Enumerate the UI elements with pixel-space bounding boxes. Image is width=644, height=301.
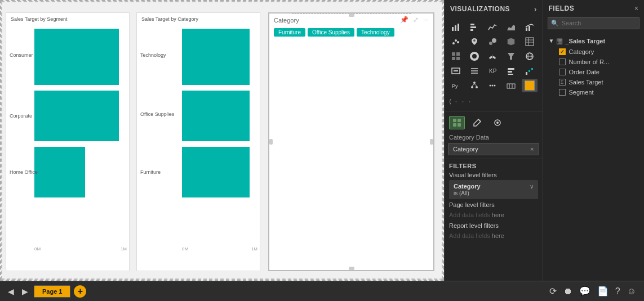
svg-line-46 (474, 84, 477, 86)
bubble-icon[interactable] (485, 35, 500, 48)
slicer-item-furniture[interactable]: Furniture (274, 28, 305, 37)
more-icon[interactable]: ··· (423, 16, 429, 24)
decomp-icon[interactable] (467, 79, 482, 92)
filters-section: FILTERS Visual level filters Category ∨ … (445, 159, 543, 241)
donut-icon[interactable] (467, 50, 482, 63)
add-fields-page: Add data fields here (449, 210, 538, 220)
svg-rect-4 (470, 26, 476, 28)
yellow-rect-icon[interactable] (522, 79, 538, 92)
matrix-icon[interactable] (448, 50, 464, 63)
page-tab-1[interactable]: Page 1 (34, 285, 70, 298)
tech-label: Technology (140, 52, 166, 58)
card-icon[interactable] (448, 64, 464, 78)
line-chart-icon[interactable] (485, 20, 500, 34)
column-chart-icon[interactable] (467, 20, 482, 34)
category-filter-title: Category (454, 183, 481, 190)
homeoffice-label: Home Office (10, 169, 38, 175)
resize-handle-top[interactable] (349, 14, 354, 17)
scatter-icon[interactable] (448, 35, 464, 48)
bar-chart-icon[interactable] (448, 20, 464, 34)
more1-icon[interactable] (485, 79, 500, 92)
category-well-close[interactable]: × (530, 146, 534, 152)
resize-handle-bottom[interactable] (349, 267, 354, 270)
more-dots[interactable]: · · · (455, 96, 472, 107)
bookmark-btn[interactable]: 📄 (595, 285, 611, 298)
add-fields-report: Add data fields here (449, 231, 538, 241)
comment-btn[interactable]: 💬 (577, 285, 593, 298)
svg-point-11 (457, 41, 459, 43)
pin-icon[interactable]: 📌 (400, 16, 408, 24)
category-field-well[interactable]: Category × (448, 143, 539, 155)
category-well-label: Category (453, 146, 478, 152)
format-icon[interactable] (503, 79, 519, 92)
resize-handle-right[interactable] (430, 139, 433, 145)
map-icon[interactable] (467, 35, 482, 48)
svg-rect-20 (456, 52, 460, 56)
tech-bar (182, 29, 250, 85)
slicer-icon[interactable] (503, 64, 519, 78)
field-item-number[interactable]: Number of R... (547, 57, 641, 67)
slicer-panel[interactable]: 📌 ⤢ ··· Category Furniture Office Suppli… (268, 12, 434, 271)
axis-1m-right: 1M (251, 246, 257, 251)
visual-level-label: Visual level filters (449, 172, 538, 178)
slicer-item-tech[interactable]: Technology (357, 28, 394, 37)
viz-panel-arrow[interactable]: › (534, 5, 537, 14)
field-item-salestarget[interactable]: Σ Sales Target (547, 77, 641, 87)
icon-grid-row1: KPI Py (445, 18, 543, 95)
category-filter-sub: is (All) (454, 190, 534, 196)
py-visual-icon[interactable]: Py (448, 79, 464, 92)
page-prev-btn[interactable]: ◀ (6, 286, 16, 297)
field-item-category[interactable]: ✓ Category (547, 47, 641, 57)
svg-point-14 (492, 38, 496, 43)
scroll-left-icon[interactable]: ⟨ (449, 98, 451, 105)
chart-segment[interactable]: Sales Target by Segment Consumer Corpora… (6, 12, 130, 271)
help-btn[interactable]: ? (613, 285, 623, 298)
table-icon[interactable] (522, 35, 538, 48)
play-btn[interactable]: ⏺ (561, 285, 575, 298)
category-filter-card[interactable]: Category ∨ is (All) (449, 180, 538, 199)
svg-point-9 (452, 42, 455, 44)
funnel-icon[interactable] (503, 50, 519, 63)
field-well-brush-icon[interactable] (469, 116, 485, 129)
field-item-orderdate[interactable]: Order Date (547, 67, 641, 77)
group-header-sales-target[interactable]: ▼ ▦ _Sales Target (547, 35, 641, 47)
multirow-icon[interactable] (467, 64, 482, 78)
field-well-analytics-icon[interactable] (490, 116, 505, 129)
globe-icon[interactable] (522, 50, 538, 63)
svg-point-48 (492, 85, 494, 87)
fields-panel-close[interactable]: × (634, 5, 638, 12)
svg-rect-7 (526, 28, 527, 31)
emoji-btn[interactable]: ☺ (625, 285, 638, 298)
svg-line-45 (472, 84, 474, 86)
filled-map-icon[interactable] (503, 35, 519, 48)
chart-category[interactable]: Sales Target by Category Technology Offi… (136, 12, 260, 271)
kpi-icon[interactable]: KPI (485, 64, 500, 78)
slicer-controls: 📌 ⤢ ··· (400, 16, 429, 24)
checkbox-segment (559, 89, 566, 96)
category-data-label: Category Data (445, 132, 543, 142)
field-item-segment[interactable]: Segment (547, 87, 641, 97)
svg-marker-6 (507, 25, 515, 30)
svg-rect-15 (526, 38, 534, 46)
area-chart-icon[interactable] (503, 20, 519, 34)
axis-1m-left: 1M (121, 246, 127, 251)
add-page-btn[interactable]: + (74, 285, 86, 298)
bottom-toolbar: ⟳ ⏺ 💬 📄 ? ☺ (547, 285, 638, 298)
combo-chart-icon[interactable] (522, 20, 538, 34)
resize-handle-left[interactable] (269, 139, 273, 145)
axis-0m-right: 0M (182, 246, 188, 251)
svg-rect-50 (507, 84, 515, 88)
viz-panel: VISUALIZATIONS › (445, 0, 543, 281)
field-well-grid-icon[interactable] (449, 116, 465, 129)
search-input[interactable] (548, 17, 639, 29)
slicer-item-office[interactable]: Office Supplies (308, 28, 354, 37)
category-filter-chevron[interactable]: ∨ (530, 183, 534, 190)
expand-icon[interactable]: ⤢ (413, 16, 419, 24)
refresh-btn[interactable]: ⟳ (547, 285, 559, 298)
gauge-icon[interactable] (485, 50, 500, 63)
waterfall-icon[interactable] (522, 64, 538, 78)
page-next-btn[interactable]: ▶ (20, 286, 30, 297)
corporate-label: Corporate (10, 113, 32, 119)
field-label-salestarget: Sales Target (569, 79, 603, 86)
checkbox-salestarget: Σ (559, 79, 566, 86)
